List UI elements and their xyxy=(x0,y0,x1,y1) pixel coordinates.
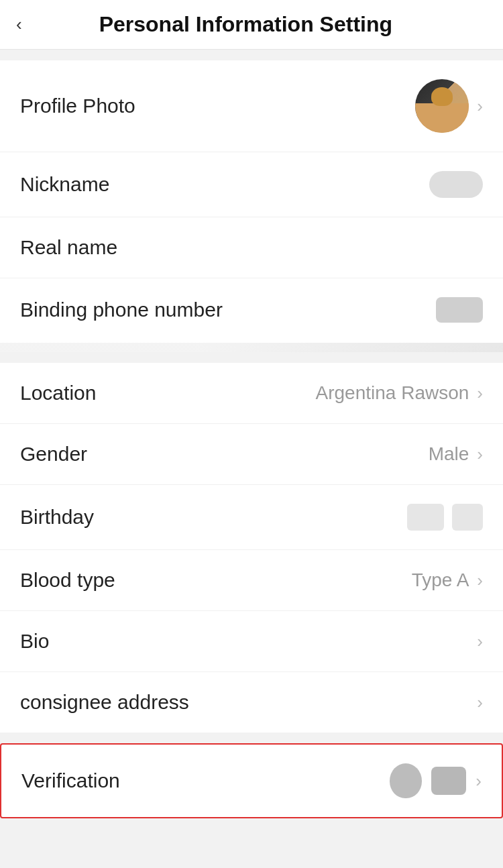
phone-blur-box1 xyxy=(436,297,483,323)
real-name-label: Real name xyxy=(20,236,117,259)
section-personal: Profile Photo › Nickname Real name Bindi… xyxy=(0,60,503,352)
nickname-toggle[interactable] xyxy=(429,171,483,198)
binding-phone-row[interactable]: Binding phone number xyxy=(0,278,503,341)
binding-phone-label: Binding phone number xyxy=(20,299,223,321)
blood-type-value: Type A xyxy=(412,569,469,591)
location-row[interactable]: Location Argentina Rawson › xyxy=(0,363,503,424)
header: ‹ Personal Information Setting xyxy=(0,0,503,50)
avatar xyxy=(415,79,469,133)
location-chevron: › xyxy=(477,383,483,404)
bio-right: › xyxy=(477,631,483,652)
gender-right: Male › xyxy=(429,443,483,465)
blood-type-right: Type A › xyxy=(412,569,483,591)
birthday-right xyxy=(407,504,483,531)
gender-row[interactable]: Gender Male › xyxy=(0,424,503,485)
birthday-label: Birthday xyxy=(20,506,94,529)
nickname-right xyxy=(429,171,483,198)
verification-row[interactable]: Verification › xyxy=(1,745,502,817)
bio-chevron: › xyxy=(477,631,483,652)
gender-chevron: › xyxy=(477,444,483,465)
birthday-blur2 xyxy=(452,504,483,531)
gender-label: Gender xyxy=(20,443,87,466)
profile-photo-right: › xyxy=(415,79,483,133)
page-title: Personal Information Setting xyxy=(33,12,459,37)
verification-right: › xyxy=(390,763,482,798)
consignee-chevron: › xyxy=(477,692,483,713)
phone-section-divider xyxy=(0,343,503,352)
blood-type-row[interactable]: Blood type Type A › xyxy=(0,550,503,611)
location-right: Argentina Rawson › xyxy=(316,382,483,404)
gender-value: Male xyxy=(429,443,469,465)
blood-type-label: Blood type xyxy=(20,569,115,592)
bio-row[interactable]: Bio › xyxy=(0,611,503,672)
nickname-label: Nickname xyxy=(20,173,109,196)
blood-type-chevron: › xyxy=(477,570,483,591)
location-value: Argentina Rawson xyxy=(316,382,469,404)
consignee-address-right: › xyxy=(477,692,483,713)
consignee-address-row[interactable]: consignee address › xyxy=(0,672,503,733)
binding-phone-right xyxy=(436,297,483,323)
profile-photo-label: Profile Photo xyxy=(20,95,135,117)
verification-chevron: › xyxy=(476,771,482,792)
consignee-address-label: consignee address xyxy=(20,691,189,714)
section-details: Location Argentina Rawson › Gender Male … xyxy=(0,363,503,733)
verification-box xyxy=(431,767,466,795)
birthday-blur1 xyxy=(407,504,444,531)
verification-toggle[interactable] xyxy=(390,763,422,798)
location-label: Location xyxy=(20,382,96,404)
nickname-row[interactable]: Nickname xyxy=(0,152,503,217)
bio-label: Bio xyxy=(20,630,49,653)
profile-photo-row[interactable]: Profile Photo › xyxy=(0,60,503,152)
profile-photo-chevron: › xyxy=(477,96,483,117)
back-button[interactable]: ‹ xyxy=(16,14,22,35)
verification-section: Verification › xyxy=(0,743,503,818)
verification-label: Verification xyxy=(21,769,120,792)
birthday-row[interactable]: Birthday xyxy=(0,485,503,550)
real-name-row[interactable]: Real name xyxy=(0,217,503,278)
